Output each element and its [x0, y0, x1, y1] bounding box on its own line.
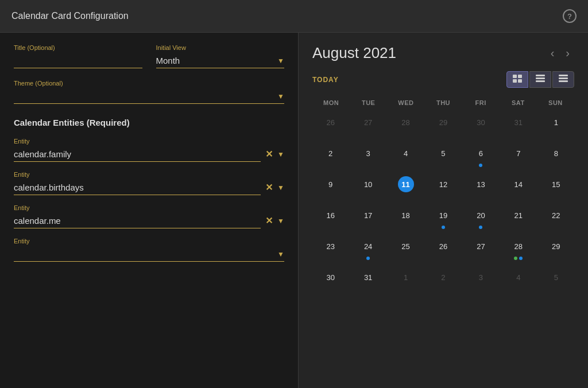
- entity-2-dropdown-icon[interactable]: ▼: [277, 184, 284, 192]
- calendar-cell[interactable]: 4: [500, 266, 536, 296]
- svg-rect-6: [536, 80, 545, 82]
- calendar-cell[interactable]: 12: [425, 173, 461, 203]
- calendar-cell[interactable]: 31: [500, 111, 536, 141]
- calendar-cell[interactable]: 9: [312, 173, 349, 203]
- entity-1-dropdown-icon[interactable]: ▼: [277, 150, 284, 158]
- calendar-week-4: 16171819202122: [312, 204, 574, 234]
- day-name-fri: FRI: [462, 97, 500, 108]
- calendar-cell[interactable]: 19: [425, 204, 461, 234]
- theme-arrow-icon[interactable]: ▼: [277, 92, 284, 100]
- prev-month-button[interactable]: ‹: [546, 44, 559, 62]
- calendar-cell[interactable]: 29: [425, 111, 461, 141]
- initial-view-input[interactable]: [156, 53, 285, 68]
- calendar-cell[interactable]: 6: [463, 142, 499, 172]
- initial-view-label: Initial View: [156, 44, 285, 51]
- calendar-cell[interactable]: 20: [463, 204, 499, 234]
- svg-rect-3: [518, 79, 522, 83]
- calendar-cell[interactable]: 22: [538, 204, 574, 234]
- calendar-cell[interactable]: 14: [500, 173, 536, 203]
- calendar-cell[interactable]: 5: [538, 266, 574, 296]
- help-button[interactable]: ?: [563, 9, 577, 23]
- svg-rect-4: [536, 75, 545, 76]
- calendar-cell[interactable]: 26: [425, 235, 461, 265]
- entity-3-input[interactable]: [14, 214, 261, 228]
- calendar-cell[interactable]: 26: [312, 111, 349, 141]
- entity-3-wrap: [14, 214, 261, 228]
- initial-view-arrow-icon[interactable]: ▼: [277, 57, 284, 65]
- entity-4-input[interactable]: [14, 247, 284, 262]
- day-name-thu: THU: [424, 97, 462, 108]
- calendar-cell[interactable]: 1: [388, 266, 424, 296]
- theme-input[interactable]: [14, 89, 284, 104]
- calendar-cell[interactable]: 10: [350, 173, 386, 203]
- title-input[interactable]: [14, 53, 142, 68]
- entity-4-arrow-icon[interactable]: ▼: [277, 250, 284, 258]
- entity-2-actions: ✕ ▼: [265, 182, 284, 195]
- calendar-cell[interactable]: 3: [350, 142, 386, 172]
- svg-rect-0: [513, 75, 517, 78]
- calendar-cell[interactable]: 3: [463, 266, 499, 296]
- calendar-cell[interactable]: 30: [312, 266, 349, 296]
- calendar-cell[interactable]: 27: [350, 111, 386, 141]
- view-list-button[interactable]: [552, 71, 574, 88]
- entity-3-dropdown-icon[interactable]: ▼: [277, 217, 284, 225]
- entity-row-3: ✕ ▼: [14, 214, 284, 228]
- entity-1-label: Entity: [14, 138, 284, 145]
- view-buttons: [506, 71, 574, 88]
- calendar-cell[interactable]: 7: [500, 142, 536, 172]
- entity-1-input[interactable]: [14, 147, 261, 162]
- calendar-week-6: 303112345: [312, 266, 574, 296]
- entities-section-title: Calendar Entities (Required): [14, 118, 284, 127]
- view-month-button[interactable]: [506, 71, 528, 88]
- next-month-button[interactable]: ›: [561, 44, 574, 62]
- calendar-cell[interactable]: 18: [388, 204, 424, 234]
- theme-label: Theme (Optional): [14, 80, 284, 87]
- entity-4-label: Entity: [14, 238, 284, 245]
- calendar-cell[interactable]: 15: [538, 173, 574, 203]
- calendar-cell[interactable]: 11: [388, 173, 424, 203]
- entity-2-remove-button[interactable]: ✕: [265, 182, 273, 193]
- title-label: Title (Optional): [14, 44, 142, 51]
- calendar-cell[interactable]: 24: [350, 235, 386, 265]
- header: Calendar Card Configuration ?: [0, 0, 588, 33]
- svg-rect-2: [513, 79, 517, 83]
- calendar-week-3: 9101112131415: [312, 173, 574, 203]
- calendar-cell[interactable]: 27: [463, 235, 499, 265]
- calendar-cell[interactable]: 28: [500, 235, 536, 265]
- calendar-header: August 2021 ‹ ›: [312, 44, 574, 62]
- calendar-days-header: MON TUE WED THU FRI SAT SUN: [312, 97, 574, 108]
- view-week-button[interactable]: [529, 71, 551, 88]
- calendar-grid: MON TUE WED THU FRI SAT SUN 262728293031…: [312, 97, 574, 296]
- calendar-cell[interactable]: 1: [538, 111, 574, 141]
- calendar-cell[interactable]: 28: [388, 111, 424, 141]
- calendar-cell[interactable]: 31: [350, 266, 386, 296]
- day-name-mon: MON: [312, 97, 350, 108]
- day-name-tue: TUE: [350, 97, 387, 108]
- calendar-weeks: 2627282930311234567891011121314151617181…: [312, 111, 574, 296]
- calendar-cell[interactable]: 30: [463, 111, 499, 141]
- initial-view-group: Initial View ▼: [156, 44, 285, 68]
- calendar-cell[interactable]: 2: [425, 266, 461, 296]
- svg-rect-1: [518, 75, 522, 78]
- calendar-week-1: 2627282930311: [312, 111, 574, 141]
- calendar-cell[interactable]: 2: [312, 142, 349, 172]
- calendar-cell[interactable]: 29: [538, 235, 574, 265]
- entity-1-remove-button[interactable]: ✕: [265, 149, 273, 160]
- entity-row-1: ✕ ▼: [14, 147, 284, 162]
- entity-3-remove-button[interactable]: ✕: [265, 215, 273, 226]
- entity-2-input[interactable]: [14, 180, 261, 195]
- calendar-cell[interactable]: 8: [538, 142, 574, 172]
- calendar-cell[interactable]: 17: [350, 204, 386, 234]
- calendar-cell[interactable]: 13: [463, 173, 499, 203]
- calendar-cell[interactable]: 16: [312, 204, 349, 234]
- calendar-month-title: August 2021: [312, 44, 396, 62]
- today-button[interactable]: TODAY: [312, 76, 339, 84]
- calendar-cell[interactable]: 25: [388, 235, 424, 265]
- calendar-cell[interactable]: 4: [388, 142, 424, 172]
- entity-3-actions: ✕ ▼: [265, 215, 284, 228]
- calendar-cell[interactable]: 23: [312, 235, 349, 265]
- calendar-cell[interactable]: 21: [500, 204, 536, 234]
- entity-1-actions: ✕ ▼: [265, 149, 284, 162]
- day-name-sat: SAT: [500, 97, 537, 108]
- calendar-cell[interactable]: 5: [425, 142, 461, 172]
